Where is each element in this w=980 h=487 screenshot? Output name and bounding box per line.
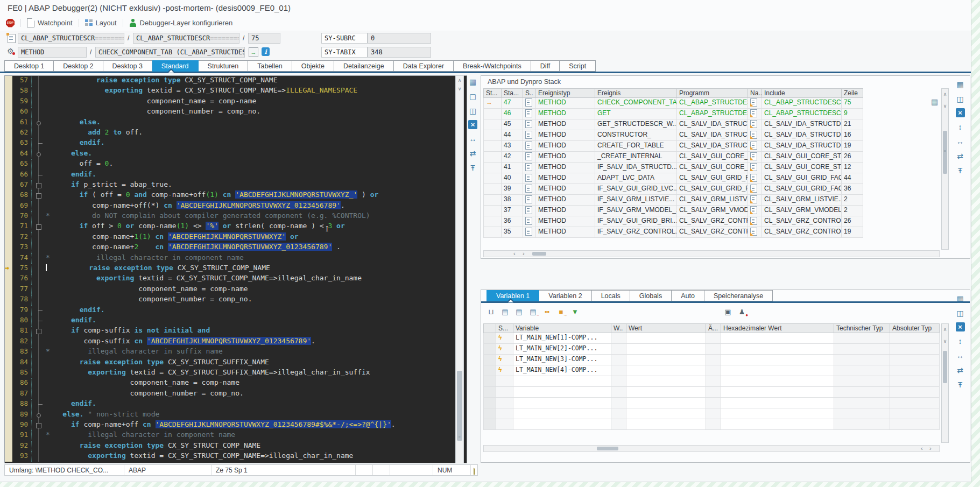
maximize-horizontally-icon[interactable]: ↔ [955, 136, 965, 146]
event-field[interactable]: CHECK_COMPONENT_TAB (CL_ABAP_STRUCTDESCR… [95, 47, 245, 58]
line-number[interactable]: 73 [12, 243, 32, 253]
sy-tabix-label[interactable]: SY-TABIX [321, 47, 368, 58]
code-line-69[interactable]: 69 comp-name+off(*) cn 'ABCDEFGHIJKLMNOP… [5, 201, 467, 211]
line-number[interactable]: 83 [12, 347, 32, 357]
tab-tabellen[interactable]: Tabellen [248, 60, 292, 72]
code-line-71[interactable]: 71 if off > 0 or comp-name(1) <> '%' or … [5, 222, 467, 232]
table-row[interactable]: 42METHOD_CREATE_INTERNALCL_SALV_GUI_CORE… [483, 152, 863, 163]
stack-vertical-scrollbar[interactable]: ∧ ∨ ≡ [941, 88, 949, 250]
close-tool-icon[interactable]: × [956, 108, 965, 117]
tab-strukturen[interactable]: Strukturen [199, 60, 249, 72]
scroll-right-icon[interactable]: › [523, 251, 525, 257]
line-number[interactable]: 59 [12, 97, 32, 107]
column-header[interactable]: Zeile [842, 88, 863, 98]
line-number[interactable]: 90 [12, 420, 32, 430]
code-line-85[interactable]: 85 exporting textid = CX_SY_STRUCT_SUFFI… [5, 368, 467, 378]
tab-objekte[interactable]: Objekte [292, 60, 334, 72]
scroll-down-icon[interactable]: ∨ [456, 86, 463, 92]
scroll-right-icon[interactable]: › [929, 446, 932, 451]
maximize-vertically-icon[interactable]: ↕ [955, 122, 965, 132]
user-delete-icon[interactable]: ♟● [737, 307, 746, 316]
line-number[interactable]: 60 [12, 107, 32, 117]
code-line-66[interactable]: 66 endif. [5, 170, 467, 180]
line-number[interactable]: 92 [12, 441, 32, 451]
table-row[interactable] [483, 398, 940, 408]
code-line-72[interactable]: 72 comp-name+1(1) cn 'ABCDEFGHIJKLMNOPQR… [5, 232, 467, 243]
column-header[interactable]: Sta... [502, 88, 523, 98]
table-row[interactable]: 44METHODCONSTRUCTOR_CL_SALV_IDA_STRUCTD.… [483, 130, 863, 141]
tab-desktop-1[interactable]: Desktop 1 [4, 60, 54, 72]
line-number[interactable]: 64 [12, 149, 32, 159]
append-variable-icon[interactable]: ▤ [514, 307, 524, 316]
editor-scroll-thumb[interactable]: ≡ [457, 371, 462, 441]
column-header[interactable] [483, 323, 496, 333]
column-header[interactable]: Technischer Typ [834, 323, 890, 333]
code-line-93[interactable]: 93 exporting textid = CX_SY_STRUCT_COMP_… [5, 451, 467, 462]
column-header[interactable]: Ereignis [595, 88, 677, 98]
code-line-61[interactable]: 61 else. [5, 118, 467, 128]
code-line-83[interactable]: 83* illegal character in suffix name [5, 347, 467, 357]
line-number[interactable]: 63 [12, 138, 32, 149]
table-row[interactable]: 40METHODADAPT_LVC_DATACL_SALV_GUI_GRID_F… [483, 173, 863, 184]
column-header[interactable]: Include [762, 88, 842, 98]
compare-variables-icon[interactable]: ▪▪ [542, 307, 552, 316]
table-row[interactable]: 45METHODGET_STRUCTDESCR_W...CL_SALV_IDA_… [483, 119, 863, 130]
line-number[interactable]: 91 [12, 430, 32, 441]
tab-locals[interactable]: Locals [592, 290, 630, 301]
sy-subrc-label[interactable]: SY-SUBRC [321, 33, 368, 44]
column-header[interactable]: Variable [513, 323, 611, 333]
line-number[interactable]: 88 [12, 399, 32, 410]
code-line-77[interactable]: 77 component_name = comp-name [5, 285, 467, 295]
maximize-horizontally-icon[interactable]: ↔ [468, 133, 478, 144]
stack-scroll-thumb[interactable]: ≡ [943, 131, 947, 174]
table-row[interactable]: →47METHODCHECK_COMPONENT_TA..CL_ABAP_STR… [483, 98, 863, 109]
tab-desktop-2[interactable]: Desktop 2 [54, 60, 103, 72]
table-row[interactable]: 35METHODIF_SALV_GRZ_CONTROL...CL_SALV_GR… [483, 227, 863, 238]
line-number[interactable]: 78 [12, 295, 32, 305]
line-number[interactable]: 66 [12, 170, 32, 180]
replace-tool-icon[interactable]: ⇄ [468, 148, 478, 158]
column-header[interactable]: Na... [748, 88, 762, 98]
tab-standard[interactable]: Standard [152, 60, 199, 72]
tool-tree-icon[interactable]: Ŧ [955, 379, 965, 390]
services-icon[interactable]: ▦ [468, 76, 478, 87]
tab-script[interactable]: Script [560, 60, 596, 72]
line-number[interactable]: 65 [12, 159, 32, 170]
code-line-60[interactable]: 60 component_number = comp_no. [5, 107, 467, 117]
code-line-65[interactable]: 65 off = 0. [5, 159, 467, 170]
column-header[interactable]: Programm [677, 88, 748, 98]
services-icon[interactable]: ▦ [955, 79, 965, 89]
scroll-up-icon[interactable]: ∧ [942, 326, 948, 333]
code-line-90[interactable]: 90 if comp-name+off cn 'ABCDEFGHIJKLMNOP… [5, 420, 467, 430]
table-row[interactable]: 36METHODIF_SALV_GUI_GRID_BRI...CL_SALV_G… [483, 216, 863, 227]
variables-vertical-scrollbar[interactable]: ∧ ∨ [941, 323, 949, 443]
line-number[interactable]: 70 [12, 211, 32, 222]
maximize-horizontally-icon[interactable]: ↔ [955, 350, 965, 361]
code-line-73[interactable]: 73 comp-name+2 cn 'ABCDEFGHIJKLMNOPQRSTU… [5, 243, 467, 253]
stop-button[interactable]: STOP [0, 15, 20, 31]
table-row[interactable]: 39METHODIF_SALV_GUI_GRID_LVC...CL_SALV_G… [483, 184, 863, 195]
tab-break-watchpoints[interactable]: Break-/Watchpoints [454, 60, 531, 72]
line-number[interactable]: 85 [12, 368, 32, 378]
line-number-field[interactable]: 75 [248, 33, 280, 44]
layout-button[interactable]: Layout [79, 15, 123, 31]
tab-diff[interactable]: Diff [531, 60, 560, 72]
maximize-vertically-icon[interactable]: ↕ [955, 336, 965, 346]
include-field[interactable]: CL_ABAP_STRUCTDESCR==========... [133, 33, 239, 44]
code-line-70[interactable]: 70* do NOT complain about compiler gener… [5, 211, 467, 222]
table-row[interactable]: ϟLT_MAIN_NEW[4]-COMP... [483, 365, 940, 376]
tool-tree-icon[interactable]: Ŧ [955, 165, 965, 175]
variables-scroll-thumb[interactable] [597, 447, 618, 450]
line-number[interactable]: 79 [12, 306, 32, 316]
code-line-76[interactable]: 76 exporting textid = CX_SY_STRUCT_COMP_… [5, 274, 467, 284]
goto-statement-icon[interactable]: → [249, 47, 258, 57]
column-header[interactable]: Ereignistyp [536, 88, 595, 98]
stack-scroll-thumb[interactable] [532, 252, 546, 256]
column-header[interactable]: W.. [611, 323, 626, 333]
code-editor[interactable]: 57 raise exception type CX_SY_STRUCT_COM… [4, 75, 467, 463]
tab-desktop-3[interactable]: Desktop 3 [103, 60, 152, 72]
line-number[interactable]: 61 [12, 118, 32, 128]
replace-tool-icon[interactable]: ⇄ [955, 365, 965, 375]
code-line-84[interactable]: 84 raise exception type CX_SY_STRUCT_SUF… [5, 358, 467, 368]
editor-vertical-scrollbar[interactable]: ∧ ∨ ≡ [455, 75, 464, 463]
